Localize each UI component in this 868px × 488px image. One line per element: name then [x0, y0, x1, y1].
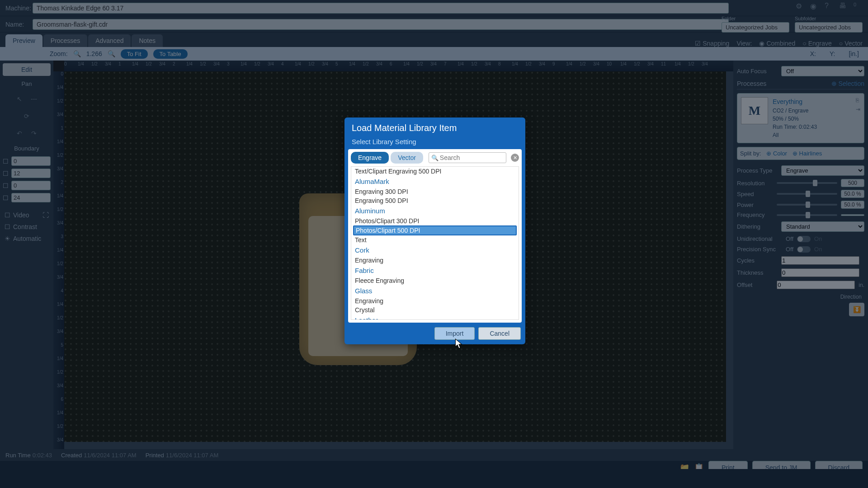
modal-tab-engrave[interactable]: Engrave	[351, 152, 389, 164]
cancel-button[interactable]: Cancel	[478, 327, 521, 340]
material-item[interactable]: Engraving	[351, 256, 519, 265]
modal-subtitle: Select Library Setting	[346, 137, 524, 149]
import-button[interactable]: Import	[434, 327, 475, 340]
load-material-dialog: Load Material Library Item Select Librar…	[344, 117, 525, 344]
material-category[interactable]: Aluminum	[351, 205, 519, 216]
material-item[interactable]: Fleece Engraving	[351, 276, 519, 285]
material-item[interactable]: Text/Clipart Engraving 500 DPI	[351, 167, 519, 176]
material-category[interactable]: Leather	[351, 314, 519, 320]
material-category[interactable]: AlumaMark	[351, 176, 519, 187]
search-icon: 🔍	[431, 155, 439, 161]
material-category[interactable]: Fabric	[351, 265, 519, 276]
search-input[interactable]	[429, 152, 506, 163]
clear-search-icon[interactable]: ✕	[511, 154, 519, 162]
material-item[interactable]: Crystal	[351, 305, 519, 314]
modal-title: Load Material Library Item	[346, 119, 524, 137]
modal-tab-vector[interactable]: Vector	[391, 152, 423, 164]
material-category[interactable]: Glass	[351, 285, 519, 296]
material-category[interactable]: Cork	[351, 244, 519, 256]
material-item[interactable]: Engraving	[351, 296, 519, 305]
material-item[interactable]: Photos/Clipart 500 DPI	[353, 225, 517, 235]
material-item[interactable]: Text	[351, 235, 519, 244]
material-item[interactable]: Engraving 500 DPI	[351, 196, 519, 205]
material-item[interactable]: Photos/Clipart 300 DPI	[351, 216, 519, 225]
material-item[interactable]: Engraving 300 DPI	[351, 187, 519, 196]
material-list[interactable]: Text/Clipart Engraving 500 DPIAlumaMarkE…	[351, 166, 519, 320]
